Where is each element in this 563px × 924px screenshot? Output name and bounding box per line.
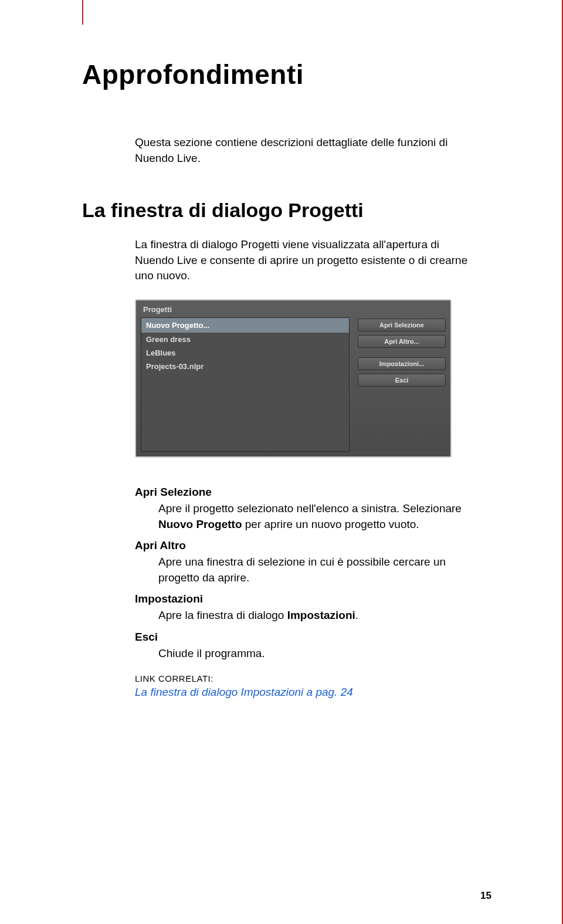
def-body-impostazioni: Apre la finestra di dialogo Impostazioni…	[158, 608, 475, 624]
section-intro: La finestra di dialogo Progetti viene vi…	[135, 237, 469, 284]
open-selection-button[interactable]: Apri Selezione	[358, 319, 446, 331]
projects-list[interactable]: Nuovo Progetto... Green dress LeBlues Pr…	[141, 317, 350, 452]
def-body-apri-selezione: Apre il progetto selezionato nell'elenco…	[158, 501, 475, 532]
dialog-button-column: Apri Selezione Apri Altro... Impostazion…	[358, 317, 446, 452]
def-term-impostazioni: Impostazioni	[135, 593, 475, 605]
def-term-apri-altro: Apri Altro	[135, 539, 475, 552]
open-other-button[interactable]: Apri Altro...	[358, 335, 446, 348]
dialog-title: Progetti	[141, 304, 446, 317]
list-item-selected[interactable]: Nuovo Progetto...	[141, 318, 349, 333]
page-number: 15	[480, 890, 491, 902]
def-body-esci: Chiude il programma.	[158, 646, 475, 662]
related-link[interactable]: La finestra di dialogo Impostazioni a pa…	[135, 686, 491, 699]
list-item[interactable]: Green dress	[141, 333, 349, 346]
list-item[interactable]: LeBlues	[141, 346, 349, 360]
intro-paragraph: Questa sezione contiene descrizioni dett…	[135, 135, 463, 166]
def-text: Apre la finestra di dialogo	[158, 609, 287, 621]
definition-list: Apri Selezione Apre il progetto selezion…	[135, 486, 475, 662]
settings-button[interactable]: Impostazioni...	[358, 357, 446, 370]
dialog-body: Nuovo Progetto... Green dress LeBlues Pr…	[141, 317, 446, 452]
def-text: Apre il progetto selezionato nell'elenco…	[158, 502, 462, 515]
dialog-screenshot: Progetti Nuovo Progetto... Green dress L…	[135, 299, 491, 458]
def-bold: Impostazioni	[287, 609, 355, 621]
projects-dialog: Progetti Nuovo Progetto... Green dress L…	[135, 299, 452, 458]
page: Approfondimenti Questa sezione contiene …	[0, 0, 563, 924]
def-text: .	[355, 609, 358, 621]
related-links-label: Link correlati:	[135, 673, 491, 683]
def-term-esci: Esci	[135, 631, 475, 644]
def-body-apri-altro: Apre una finestra di selezione in cui è …	[158, 554, 475, 585]
list-item[interactable]: Projects-03.nlpr	[141, 360, 349, 373]
section-title: La finestra di dialogo Progetti	[82, 199, 491, 222]
def-term-apri-selezione: Apri Selezione	[135, 486, 475, 499]
chapter-title: Approfondimenti	[82, 59, 491, 90]
def-text: per aprire un nuovo progetto vuoto.	[242, 518, 419, 530]
def-bold: Nuovo Progetto	[158, 518, 242, 530]
exit-button[interactable]: Esci	[358, 374, 446, 387]
